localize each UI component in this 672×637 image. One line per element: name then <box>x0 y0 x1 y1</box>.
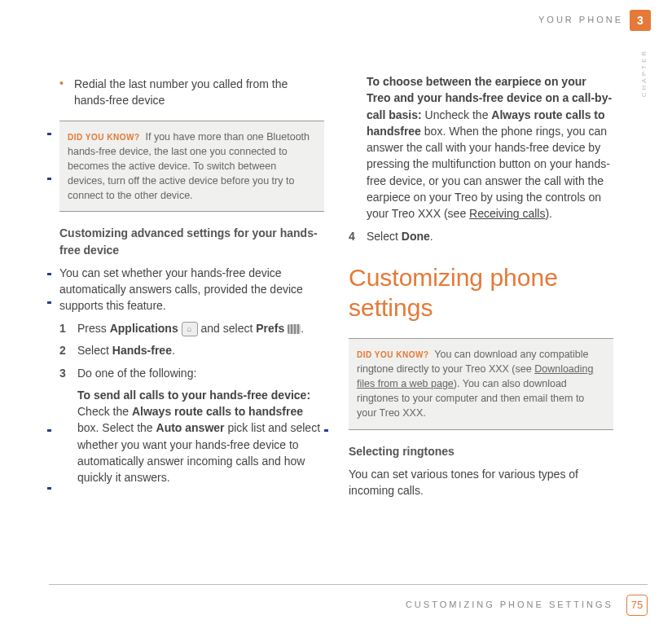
step-body: Select Done. <box>367 228 613 244</box>
page: YOUR PHONE 3 CHAPTER • Redial the last n… <box>0 0 672 637</box>
footer: CUSTOMIZING PHONE SETTINGS 75 <box>49 584 648 616</box>
bullet-dot-icon: • <box>59 76 74 109</box>
subsection-heading: Selecting ringtones <box>349 443 613 459</box>
prefs-label: Prefs <box>256 322 284 335</box>
tip-label: DID YOU KNOW? <box>68 133 140 142</box>
step-number: 2 <box>59 342 77 358</box>
handsfree-label: Hands-free <box>112 344 172 357</box>
done-label: Done <box>402 230 430 243</box>
step-body: Select Hands-free. <box>77 342 324 358</box>
step-2: 2 Select Hands-free. <box>59 342 324 358</box>
right-column: To choose between the earpiece on your T… <box>349 73 613 499</box>
chapter-number-badge: 3 <box>630 10 651 31</box>
step-3-option: To send all calls to your hands-free dev… <box>77 387 324 486</box>
bullet-item: • Redial the last number you called from… <box>59 76 324 109</box>
option-title: To send all calls to your hands-free dev… <box>77 389 310 402</box>
prefs-icon <box>288 324 301 334</box>
header-text: YOUR PHONE <box>538 15 623 24</box>
tip-callout-2: DID YOU KNOW? You can download any compa… <box>349 338 613 430</box>
page-number: 75 <box>626 595 648 616</box>
step-3: 3 Do one of the following: <box>59 365 324 381</box>
section-heading: Customizing advanced settings for your h… <box>59 225 324 258</box>
home-key-icon: ⌂ <box>182 322 198 337</box>
footer-text: CUSTOMIZING PHONE SETTINGS <box>406 600 613 609</box>
subsection-text: You can set various tones for various ty… <box>349 466 613 499</box>
step-body: Do one of the following: <box>77 365 324 381</box>
left-column: • Redial the last number you called from… <box>59 73 324 499</box>
tip-label: DID YOU KNOW? <box>357 350 429 359</box>
chapter-label-vertical: CHAPTER <box>640 49 648 97</box>
step-number: 3 <box>59 365 77 381</box>
bullet-text: Redial the last number you called from t… <box>74 76 324 109</box>
applications-label: Applications <box>110 322 178 335</box>
section-title: Customizing phone settings <box>349 262 613 323</box>
step-body: Press Applications ⌂ and select Prefs . <box>77 320 324 337</box>
receiving-calls-link[interactable]: Receiving calls <box>469 207 545 220</box>
step-1: 1 Press Applications ⌂ and select Prefs … <box>59 320 324 337</box>
step-number: 1 <box>59 320 77 337</box>
tip-callout: DID YOU KNOW? If you have more than one … <box>59 121 324 213</box>
step-3-option-b: To choose between the earpiece on your T… <box>367 73 613 222</box>
content-columns: • Redial the last number you called from… <box>59 73 613 499</box>
step-4: 4 Select Done. <box>349 228 613 244</box>
step-number: 4 <box>349 228 367 244</box>
section-intro: You can set whether your hands-free devi… <box>59 265 324 314</box>
